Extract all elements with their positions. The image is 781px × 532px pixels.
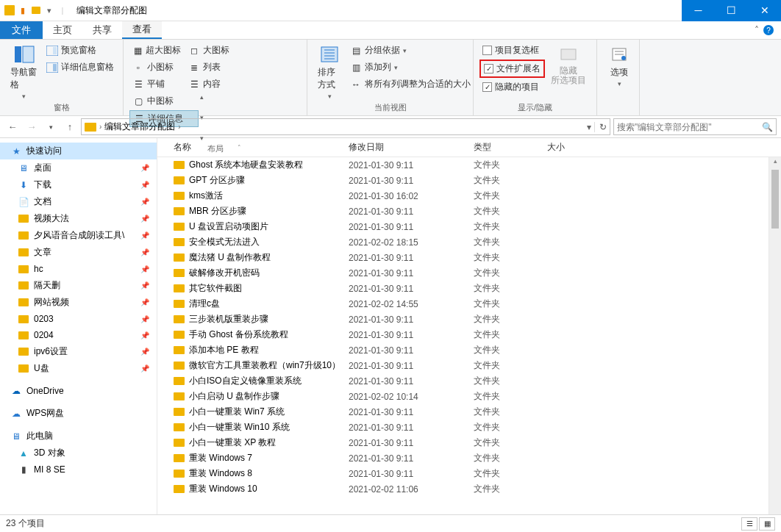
up-button[interactable]: ↑ xyxy=(62,119,78,135)
nav-pane-button[interactable]: 导航窗格 ▾ xyxy=(6,43,42,101)
preview-pane-button[interactable]: 预览窗格 xyxy=(43,43,117,58)
ribbon-tabs: 文件 主页 共享 查看 ˄ ? xyxy=(0,21,781,40)
path-segment[interactable]: 编辑文章部分配图 xyxy=(104,121,175,133)
qat-dropdown-icon[interactable]: ▾ xyxy=(44,5,54,15)
sidebar-item[interactable]: 夕风语音合成朗读工具\📌 xyxy=(0,227,157,244)
title-bar: ▮ ▾ | 编辑文章部分配图 ─ ☐ ✕ xyxy=(0,0,781,21)
file-row[interactable]: 小白启动 U 盘制作步骤2021-02-02 10:14文件夹 xyxy=(157,389,768,404)
pin-icon: 📌 xyxy=(140,315,149,323)
file-row[interactable]: 小白一键重装 Win10 系统2021-01-30 9:11文件夹 xyxy=(157,420,768,435)
item-checkbox-toggle[interactable]: 项目复选框 xyxy=(479,43,545,58)
sidebar-wps[interactable]: ☁ WPS网盘 xyxy=(0,405,157,422)
pin-icon: 📌 xyxy=(140,248,149,256)
file-row[interactable]: 重装 Windows 102021-02-02 11:06文件夹 xyxy=(157,481,768,497)
pin-icon: 📌 xyxy=(140,281,149,290)
col-type[interactable]: 类型 xyxy=(474,141,547,154)
hidden-items-toggle[interactable]: ✓隐藏的项目 xyxy=(479,79,545,95)
layout-scroll-up[interactable]: ▴ xyxy=(200,93,204,101)
sidebar-item[interactable]: 0203📌 xyxy=(0,311,157,327)
file-row[interactable]: 添加本地 PE 教程2021-01-30 9:11文件夹 xyxy=(157,342,768,358)
col-size[interactable]: 大小 xyxy=(547,141,606,154)
col-date[interactable]: 修改日期 xyxy=(349,141,474,154)
file-row[interactable]: 破解修改开机密码2021-01-30 9:11文件夹 xyxy=(157,265,768,281)
tab-share[interactable]: 共享 xyxy=(82,21,122,39)
file-row[interactable]: 其它软件截图2021-01-30 9:11文件夹 xyxy=(157,281,768,296)
sidebar-item[interactable]: 文章📌 xyxy=(0,244,157,261)
minimize-button[interactable]: ─ xyxy=(682,0,715,21)
sidebar-item[interactable]: 网站视频📌 xyxy=(0,294,157,311)
sidebar-item[interactable]: 视频大法📌 xyxy=(0,210,157,227)
pin-icon: 📌 xyxy=(140,164,149,172)
maximize-button[interactable]: ☐ xyxy=(715,0,748,21)
col-name[interactable]: 名称 ˄ xyxy=(157,141,349,154)
path-dropdown-icon[interactable]: ▾ xyxy=(587,122,591,132)
search-box[interactable]: 🔍 xyxy=(613,118,777,135)
layout-content[interactable]: ☰内容 xyxy=(185,76,235,92)
sidebar-item[interactable]: 0204📌 xyxy=(0,327,157,343)
options-button[interactable]: 选项 ▾ xyxy=(603,43,635,89)
layout-xl[interactable]: ▦超大图标 xyxy=(129,43,184,58)
file-row[interactable]: Ghost 系统本地硬盘安装教程2021-01-30 9:11文件夹 xyxy=(157,157,768,173)
sidebar-item[interactable]: ipv6设置📌 xyxy=(0,343,157,360)
sidebar-item[interactable]: 📄文档📌 xyxy=(0,193,157,210)
help-icon[interactable]: ? xyxy=(763,25,774,35)
layout-list[interactable]: ≣列表 xyxy=(185,60,235,75)
view-large-icon[interactable]: ▦ xyxy=(759,517,775,531)
tab-file[interactable]: 文件 xyxy=(0,21,43,39)
layout-lg[interactable]: ◻大图标 xyxy=(185,43,235,58)
collapse-ribbon-icon[interactable]: ˄ xyxy=(755,25,759,35)
sidebar-onedrive[interactable]: ☁ OneDrive xyxy=(0,383,157,399)
view-details-icon[interactable]: ☰ xyxy=(741,517,757,531)
file-row[interactable]: 安全模式无法进入2021-02-02 18:15文件夹 xyxy=(157,234,768,250)
file-row[interactable]: GPT 分区步骤2021-01-30 9:11文件夹 xyxy=(157,173,768,188)
addcol-button[interactable]: ▥添加列 ▾ xyxy=(347,60,474,75)
sidebar-item[interactable]: hc📌 xyxy=(0,261,157,277)
hide-selected-button[interactable]: 隐藏 所选项目 xyxy=(546,43,591,87)
layout-tile[interactable]: ☰平铺 xyxy=(129,76,184,92)
tab-view[interactable]: 查看 xyxy=(122,21,162,39)
file-row[interactable]: kms激活2021-01-30 16:02文件夹 xyxy=(157,188,768,204)
sidebar-item[interactable]: 隔天删📌 xyxy=(0,277,157,294)
file-row[interactable]: U 盘设置启动项图片2021-01-30 9:11文件夹 xyxy=(157,219,768,234)
file-row[interactable]: 魔法猪 U 盘制作教程2021-01-30 9:11文件夹 xyxy=(157,250,768,265)
file-row[interactable]: 小白一键重装 XP 教程2021-01-30 9:11文件夹 xyxy=(157,435,768,450)
file-row[interactable]: 小白ISO自定义镜像重装系统2021-01-30 9:11文件夹 xyxy=(157,373,768,389)
layout-sm[interactable]: ▫小图标 xyxy=(129,60,184,75)
file-row[interactable]: 清理c盘2021-02-02 14:55文件夹 xyxy=(157,296,768,312)
qat-properties-icon[interactable]: ▮ xyxy=(18,5,28,15)
folder-icon xyxy=(174,269,185,277)
file-row[interactable]: 微软官方工具重装教程（win7升级10）2021-01-30 9:11文件夹 xyxy=(157,358,768,373)
sidebar-item[interactable]: 🖥桌面📌 xyxy=(0,159,157,176)
file-row[interactable]: MBR 分区步骤2021-01-30 9:11文件夹 xyxy=(157,204,768,219)
forward-button[interactable]: → xyxy=(24,119,40,135)
fitcols-button[interactable]: ↔将所有列调整为合适的大小 xyxy=(347,76,474,92)
refresh-icon[interactable]: ↻ xyxy=(594,122,607,132)
search-icon[interactable]: 🔍 xyxy=(762,122,773,132)
file-row[interactable]: 三步装机版重装步骤2021-01-30 9:11文件夹 xyxy=(157,312,768,327)
layout-md[interactable]: ▢中图标 xyxy=(129,93,199,109)
file-ext-toggle[interactable]: ✓文件扩展名 xyxy=(479,60,545,78)
close-button[interactable]: ✕ xyxy=(748,0,781,21)
sidebar-item[interactable]: ⬇下载📌 xyxy=(0,176,157,193)
file-row[interactable]: 手动 Ghost 备份系统教程2021-01-30 9:11文件夹 xyxy=(157,327,768,342)
search-input[interactable] xyxy=(617,122,759,132)
sidebar-quick-access[interactable]: ★ 快速访问 xyxy=(0,143,157,159)
sidebar-item[interactable]: ▲3D 对象 xyxy=(0,445,157,461)
scrollbar[interactable]: ▴ xyxy=(768,157,781,514)
pc-icon: 🖥 xyxy=(10,431,22,442)
path-box[interactable]: › 编辑文章部分配图 › ▾ ↻ xyxy=(81,118,610,135)
file-row[interactable]: 重装 Windows 82021-01-30 9:11文件夹 xyxy=(157,466,768,481)
recent-dropdown[interactable]: ▾ xyxy=(43,119,59,135)
sidebar-thispc[interactable]: 🖥 此电脑 xyxy=(0,428,157,445)
details-pane-button[interactable]: 详细信息窗格 xyxy=(43,60,117,75)
qat-new-folder-icon[interactable] xyxy=(31,5,41,15)
sidebar-item[interactable]: U盘📌 xyxy=(0,360,157,377)
groupby-button[interactable]: ▤分组依据 ▾ xyxy=(347,43,474,58)
sort-button[interactable]: 排序方式 ▾ xyxy=(313,43,346,101)
file-row[interactable]: 重装 Windows 72021-01-30 9:11文件夹 xyxy=(157,450,768,466)
folder-icon xyxy=(174,223,185,231)
file-row[interactable]: 小白一键重装 Win7 系统2021-01-30 9:11文件夹 xyxy=(157,404,768,420)
back-button[interactable]: ← xyxy=(4,119,21,135)
sidebar-item[interactable]: ▮MI 8 SE xyxy=(0,461,157,478)
tab-home[interactable]: 主页 xyxy=(43,21,82,39)
